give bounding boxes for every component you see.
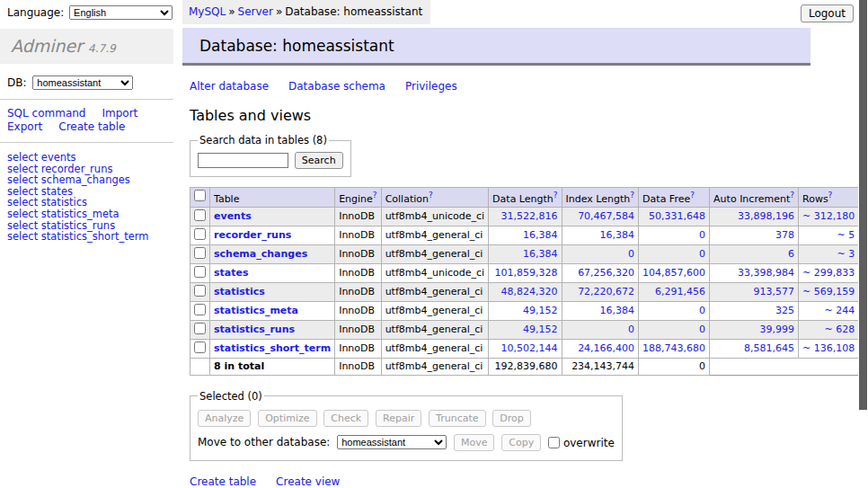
export-link[interactable]: Export: [7, 120, 42, 133]
data-free-link[interactable]: 104,857,600: [642, 267, 705, 279]
select-all-checkbox[interactable]: [194, 190, 206, 201]
auto-increment-link[interactable]: 39,999: [760, 324, 795, 335]
table-operation-button[interactable]: Check: [323, 410, 368, 427]
row-checkbox[interactable]: [194, 304, 206, 315]
overwrite-label[interactable]: overwrite: [563, 436, 615, 448]
engine-cell: InnoDB: [335, 301, 381, 320]
data-length-link[interactable]: 16,384: [523, 248, 558, 260]
copy-button[interactable]: Copy: [501, 434, 541, 451]
sidebar-table-link[interactable]: select statistics_short_term: [7, 230, 148, 243]
data-length-link[interactable]: 101,859,328: [495, 267, 558, 279]
logout-button[interactable]: Logout: [801, 4, 854, 22]
data-length-link[interactable]: 49,152: [523, 305, 558, 316]
create-table-link[interactable]: Create table: [190, 475, 256, 488]
data-free-link[interactable]: 0: [699, 305, 705, 316]
table-operation-button[interactable]: Analyze: [198, 410, 251, 427]
auto-increment-link[interactable]: 8,581,645: [744, 342, 794, 354]
rows-link[interactable]: ~ 312,180: [802, 210, 855, 222]
table-name-link[interactable]: events: [214, 210, 252, 222]
row-checkbox[interactable]: [194, 209, 206, 221]
auto-increment-link[interactable]: 378: [775, 229, 794, 241]
search-input[interactable]: [198, 153, 288, 168]
create-view-link[interactable]: Create view: [276, 475, 340, 488]
rows-link[interactable]: ~ 628: [824, 324, 855, 335]
auto-increment-cell: 378: [710, 226, 799, 244]
table-name-link[interactable]: statistics_meta: [214, 305, 298, 316]
row-checkbox[interactable]: [194, 247, 206, 259]
sql-command-link[interactable]: SQL command: [7, 107, 85, 120]
row-checkbox[interactable]: [194, 323, 206, 334]
rows-link[interactable]: ~ 569,159: [802, 286, 855, 297]
data-length-link[interactable]: 10,502,144: [501, 342, 558, 354]
column-help: ?: [429, 190, 433, 200]
table-name-link[interactable]: recorder_runs: [214, 229, 291, 241]
privileges-link[interactable]: Privileges: [405, 80, 457, 93]
column-help-link[interactable]: ?: [630, 191, 634, 200]
table-operation-button[interactable]: Drop: [492, 410, 530, 427]
db-select[interactable]: homeassistant: [32, 75, 133, 90]
data-free-link[interactable]: 188,743,680: [642, 342, 705, 354]
table-name-link[interactable]: statistics_short_term: [214, 342, 331, 354]
data-length-link[interactable]: 49,152: [523, 324, 558, 335]
table-operation-button[interactable]: Optimize: [258, 410, 316, 427]
table-name-link[interactable]: schema_changes: [214, 248, 307, 260]
scrollbar[interactable]: [858, 0, 868, 488]
data-length-link[interactable]: 31,522,816: [501, 210, 558, 222]
column-help-link[interactable]: ?: [690, 191, 695, 200]
rows-link[interactable]: ~ 244: [824, 305, 855, 316]
column-help-link[interactable]: ?: [429, 191, 433, 200]
table-operation-button[interactable]: Repair: [376, 410, 421, 427]
index-length-link[interactable]: 0: [628, 248, 634, 260]
auto-increment-link[interactable]: 33,398,984: [738, 267, 794, 279]
index-length-link[interactable]: 16,384: [600, 305, 635, 316]
table-name-link[interactable]: statistics_runs: [214, 324, 295, 335]
data-free-link[interactable]: 6,291,456: [655, 286, 705, 297]
database-schema-link[interactable]: Database schema: [288, 80, 385, 93]
index-length-link[interactable]: 16,384: [600, 229, 635, 241]
row-checkbox[interactable]: [194, 228, 206, 240]
data-length-cell: 10,502,144: [489, 339, 562, 358]
row-checkbox[interactable]: [194, 342, 206, 353]
scrollbar-thumb[interactable]: [859, 0, 867, 410]
search-button[interactable]: Search: [295, 152, 343, 169]
data-free-link[interactable]: 0: [699, 248, 705, 260]
data-length-link[interactable]: 16,384: [523, 229, 558, 241]
table-operation-button[interactable]: Truncate: [429, 410, 485, 427]
column-help-link[interactable]: ?: [554, 191, 558, 200]
data-length-link[interactable]: 48,824,320: [501, 286, 558, 297]
index-length-link[interactable]: 67,256,320: [578, 267, 634, 279]
adminer-version[interactable]: 4.7.9: [88, 42, 116, 55]
column-help-link[interactable]: ?: [373, 191, 377, 200]
index-length-link[interactable]: 0: [628, 324, 634, 335]
table-name-link[interactable]: statistics: [214, 286, 265, 297]
overwrite-checkbox[interactable]: [548, 437, 560, 448]
index-length-link[interactable]: 24,166,400: [578, 342, 634, 354]
breadcrumb-server-link[interactable]: Server: [238, 5, 273, 18]
column-help-link[interactable]: ?: [790, 191, 794, 200]
index-length-link[interactable]: 72,220,672: [578, 286, 634, 297]
column-help-link[interactable]: ?: [828, 191, 833, 200]
alter-database-link[interactable]: Alter database: [190, 80, 269, 93]
rows-link[interactable]: ~ 299,833: [802, 267, 855, 279]
rows-link[interactable]: ~ 136,108: [802, 342, 855, 354]
move-database-select[interactable]: homeassistant: [337, 435, 447, 449]
auto-increment-link[interactable]: 33,898,196: [738, 210, 794, 222]
row-checkbox[interactable]: [194, 266, 206, 278]
breadcrumb-mysql-link[interactable]: MySQL: [189, 5, 226, 18]
language-select[interactable]: English: [69, 5, 173, 20]
auto-increment-link[interactable]: 913,577: [754, 286, 795, 297]
index-length-cell: 0: [562, 320, 639, 339]
auto-increment-link[interactable]: 6: [788, 248, 794, 260]
data-free-link[interactable]: 0: [699, 324, 705, 335]
create-table-link-sidebar[interactable]: Create table: [58, 120, 125, 133]
data-free-link[interactable]: 50,331,648: [649, 210, 705, 222]
move-button[interactable]: Move: [454, 434, 495, 451]
auto-increment-link[interactable]: 325: [775, 305, 794, 316]
table-name-link[interactable]: states: [214, 267, 249, 279]
index-length-link[interactable]: 70,467,584: [578, 210, 634, 222]
data-free-link[interactable]: 0: [699, 229, 705, 241]
rows-link[interactable]: ~ 3: [837, 248, 855, 260]
rows-link[interactable]: ~ 5: [837, 229, 855, 241]
import-link[interactable]: Import: [102, 107, 137, 120]
row-checkbox[interactable]: [194, 285, 206, 297]
